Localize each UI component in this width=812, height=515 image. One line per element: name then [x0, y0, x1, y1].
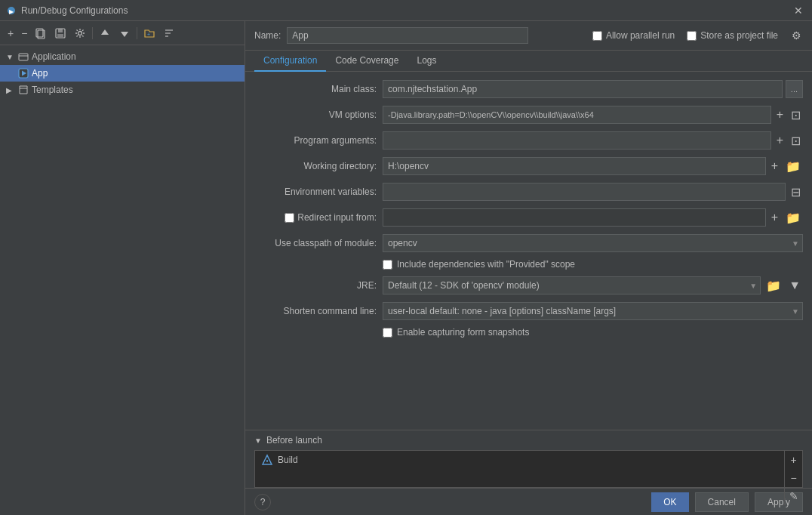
before-launch-buttons: + − ✎	[784, 451, 802, 505]
jre-browse-button[interactable]: 📁	[764, 279, 783, 293]
move-down-button[interactable]	[115, 26, 134, 41]
tab-code-coverage[interactable]: Code Coverage	[326, 51, 408, 72]
include-deps-checkbox[interactable]	[383, 260, 392, 270]
jre-select-wrapper: Default (12 - SDK of 'opencv' module) ▼	[383, 276, 761, 295]
before-launch-label: Before launch	[266, 435, 322, 446]
up-arrow-icon	[99, 27, 111, 39]
redirect-input-input[interactable]	[383, 208, 766, 227]
enable-capturing-checkbox[interactable]	[383, 328, 392, 338]
toolbar-separator-1	[92, 27, 93, 39]
tree: ▼ Application App ▶ Templates	[0, 45, 245, 515]
redirect-input-checkbox-label: Redirect input from:	[254, 212, 383, 223]
config-content: Main class: ... VM options: + ⊡ Program …	[245, 72, 812, 424]
redirect-input-row: Redirect input from: + 📁	[254, 208, 803, 227]
main-class-input[interactable]	[383, 80, 783, 98]
sort-button[interactable]	[160, 26, 178, 41]
tree-item-application[interactable]: ▼ Application	[0, 48, 245, 65]
redirect-input-checkbox[interactable]	[285, 213, 294, 223]
help-button[interactable]: ?	[254, 494, 271, 510]
svg-point-7	[78, 31, 82, 35]
working-dir-input[interactable]	[383, 157, 766, 175]
copy-icon	[35, 27, 47, 39]
main-class-row: Main class: ...	[254, 79, 803, 99]
working-dir-expand-button[interactable]: +	[769, 159, 780, 173]
folder-icon: +	[143, 27, 155, 39]
before-launch-add-button[interactable]: +	[784, 451, 802, 469]
redirect-input-browse-button[interactable]: 📁	[783, 211, 803, 225]
shorten-cmd-select-wrapper: user-local default: none - java [options…	[383, 302, 803, 320]
build-icon	[261, 454, 273, 466]
toolbar-separator-2	[137, 27, 137, 39]
env-vars-edit-button[interactable]: ⊟	[789, 185, 803, 199]
store-project-label: Store as project file	[700, 30, 778, 41]
jre-dropdown-button[interactable]: ▼	[786, 279, 803, 292]
classpath-field: opencv ▼	[383, 234, 803, 252]
vm-options-macro-button[interactable]: ⊡	[789, 108, 803, 122]
title-bar-left: ▶ Run/Debug Configurations	[6, 5, 128, 16]
vm-options-label: VM options:	[254, 109, 383, 120]
before-launch-header[interactable]: ▼ Before launch	[245, 430, 812, 450]
right-panel: Name: Allow parallel run Store as projec…	[245, 21, 812, 515]
vm-options-expand-button[interactable]: +	[774, 108, 786, 122]
classpath-label: Use classpath of module:	[254, 238, 383, 248]
cancel-button[interactable]: Cancel	[695, 492, 749, 512]
application-label: Application	[32, 51, 76, 62]
before-launch-remove-button[interactable]: −	[784, 469, 802, 487]
expand-arrow-application: ▼	[6, 53, 15, 61]
vm-options-input[interactable]	[383, 106, 771, 124]
name-checkboxes: Allow parallel run Store as project file…	[592, 28, 803, 43]
close-button[interactable]: ✕	[791, 3, 806, 18]
save-icon	[54, 27, 66, 39]
ok-button[interactable]: OK	[651, 492, 688, 512]
settings-icon	[74, 27, 86, 39]
copy-button[interactable]	[32, 26, 50, 41]
allow-parallel-checkbox[interactable]	[592, 31, 602, 41]
shorten-cmd-select[interactable]: user-local default: none - java [options…	[383, 302, 803, 320]
env-vars-input[interactable]	[383, 183, 786, 201]
tab-configuration[interactable]: Configuration	[254, 51, 326, 72]
enable-capturing-label: Enable capturing form snapshots	[397, 327, 529, 338]
program-args-macro-button[interactable]: ⊡	[789, 134, 803, 148]
env-vars-field: ⊟	[383, 183, 803, 201]
name-input[interactable]	[287, 27, 528, 44]
before-launch-edit-button[interactable]: ✎	[784, 487, 802, 505]
allow-parallel-label: Allow parallel run	[606, 30, 675, 41]
save-button[interactable]	[51, 26, 69, 41]
redirect-input-field: + 📁	[383, 208, 803, 227]
shorten-cmd-label: Shorten command line:	[254, 306, 383, 316]
program-args-field: + ⊡	[383, 131, 803, 150]
left-panel: + − +	[0, 21, 245, 515]
classpath-select[interactable]: opencv	[383, 234, 803, 252]
allow-parallel-checkbox-item: Allow parallel run	[592, 30, 675, 41]
settings-button[interactable]	[71, 26, 89, 41]
program-args-label: Program arguments:	[254, 135, 383, 146]
before-launch-section: ▼ Before launch Build + − ✎	[245, 430, 812, 488]
svg-rect-6	[57, 34, 63, 37]
tree-item-app[interactable]: App	[0, 65, 245, 82]
jre-select[interactable]: Default (12 - SDK of 'opencv' module)	[383, 276, 761, 295]
gear-button[interactable]: ⚙	[790, 28, 803, 43]
build-row: Build	[255, 451, 802, 469]
working-dir-browse-button[interactable]: 📁	[783, 159, 803, 174]
store-project-checkbox[interactable]	[687, 31, 697, 41]
add-button[interactable]: +	[5, 26, 17, 41]
redirect-input-expand-button[interactable]: +	[769, 211, 780, 224]
program-args-input[interactable]	[383, 131, 771, 150]
folder-button[interactable]: +	[140, 26, 158, 41]
include-deps-row: Include dependencies with "Provided" sco…	[383, 259, 803, 270]
program-args-expand-button[interactable]: +	[774, 134, 786, 147]
main-class-browse-button[interactable]: ...	[786, 80, 803, 98]
remove-button[interactable]: −	[18, 26, 30, 41]
enable-capturing-row: Enable capturing form snapshots	[383, 327, 803, 338]
shorten-cmd-row: Shorten command line: user-local default…	[254, 301, 803, 321]
svg-text:▶: ▶	[9, 8, 14, 14]
title-bar: ▶ Run/Debug Configurations ✕	[0, 0, 812, 21]
tree-item-templates[interactable]: ▶ Templates	[0, 82, 245, 98]
move-up-button[interactable]	[96, 26, 114, 41]
main-class-label: Main class:	[254, 84, 383, 94]
env-vars-label: Environment variables:	[254, 187, 383, 197]
jre-label: JRE:	[254, 280, 383, 291]
main-layout: + − +	[0, 21, 812, 515]
templates-label: Templates	[32, 85, 73, 95]
tab-logs[interactable]: Logs	[408, 51, 445, 72]
